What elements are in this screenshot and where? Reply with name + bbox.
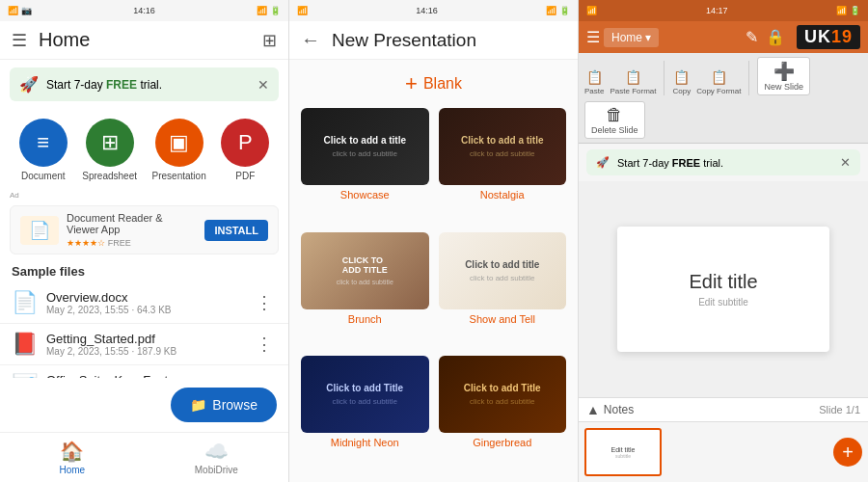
spreadsheet-label: Spreadsheet xyxy=(82,171,137,181)
trial-close-button[interactable]: ✕ xyxy=(258,77,269,93)
ad-label: Ad xyxy=(10,191,279,200)
file-name-1: Getting_Started.pdf xyxy=(46,332,242,346)
template-label-nostalgia: Nostalgia xyxy=(439,189,567,201)
menu-icon-p3[interactable]: ☰ xyxy=(586,28,600,46)
ribbon-copy-format[interactable]: 📋 Copy Format xyxy=(696,69,741,95)
home-title: Home xyxy=(39,29,262,51)
ad-title: Document Reader & Viewer App xyxy=(67,212,197,235)
edit-icon[interactable]: ✎ xyxy=(746,28,758,46)
app-icons-row: ≡ Document ⊞ Spreadsheet ▣ Presentation … xyxy=(0,109,288,191)
template-brunch[interactable]: CLICK TOADD TITLE click to add subtitle … xyxy=(301,232,429,347)
app-brand-logo: UK19 xyxy=(797,25,860,49)
ribbon-separator xyxy=(664,61,665,95)
nav-home-label: Home xyxy=(59,465,85,475)
home-btn-label: Home ▾ xyxy=(611,31,651,44)
status-bar-p3: 📶 14:17 📶 🔋 xyxy=(579,0,868,21)
ribbon-delete-slide[interactable]: 🗑 Delete Slide xyxy=(584,101,645,139)
paste-format-icon: 📋 xyxy=(625,69,641,85)
status-left: 📶 📷 xyxy=(8,6,32,15)
copy-label: Copy xyxy=(672,87,691,95)
thumbnail-bar: Edit title subtitle + xyxy=(579,421,868,482)
template-midnightneon[interactable]: Click to add Title click to add subtitle… xyxy=(301,356,429,470)
home-dropdown-button[interactable]: Home ▾ xyxy=(604,28,659,47)
blank-label: Blank xyxy=(423,75,462,93)
rocket-icon: 🚀 xyxy=(19,75,39,94)
install-button[interactable]: INSTALL xyxy=(204,220,268,241)
template-showcase[interactable]: Click to add a title click to add subtit… xyxy=(301,108,429,223)
ribbon-toolbar: 📋 Paste 📋 Paste Format 📋 Copy 📋 Copy For… xyxy=(579,53,868,144)
slide-editing-area[interactable]: Edit title Edit subtitle xyxy=(579,181,868,397)
nav-home[interactable]: 🏠 Home xyxy=(0,433,145,482)
presentation-app-icon[interactable]: ▣ Presentation xyxy=(152,119,206,181)
back-arrow-icon[interactable]: ← xyxy=(301,29,320,51)
file-more-icon-1[interactable]: ⋮ xyxy=(252,332,277,357)
notes-chevron-icon[interactable]: ▲ xyxy=(586,402,600,417)
slide-thumbnail-1[interactable]: Edit title subtitle xyxy=(584,428,662,476)
notes-label: Notes xyxy=(604,403,815,416)
template-thumb-midnightneon: Click to add Title click to add subtitle xyxy=(301,356,429,433)
ribbon-separator-2 xyxy=(748,61,749,95)
trial-close-p3[interactable]: ✕ xyxy=(840,155,851,170)
new-slide-label: New Slide xyxy=(764,82,803,92)
add-slide-button[interactable]: + xyxy=(833,438,862,467)
grid-view-icon[interactable]: ⊞ xyxy=(262,30,277,51)
pdf-app-icon[interactable]: P PDF xyxy=(221,119,269,181)
delete-slide-icon: 🗑 xyxy=(606,105,623,125)
status-time-p3: 14:17 xyxy=(706,6,728,15)
ribbon-new-slide[interactable]: ➕ New Slide xyxy=(757,57,810,95)
camera-icon: 📷 xyxy=(21,6,32,15)
file-name-0: Overview.docx xyxy=(46,290,242,305)
file-info-0: Overview.docx May 2, 2023, 15:55 · 64.3 … xyxy=(46,290,242,315)
blank-template-button[interactable]: + Blank xyxy=(405,71,462,96)
template-nostalgia[interactable]: Click to add a title click to add subtit… xyxy=(439,108,567,223)
ribbon-paste[interactable]: 📋 Paste xyxy=(584,69,604,95)
notes-bar: ▲ Notes Slide 1/1 xyxy=(579,397,868,421)
document-circle: ≡ xyxy=(19,119,68,167)
spreadsheet-circle: ⊞ xyxy=(86,119,134,167)
document-app-icon[interactable]: ≡ Document xyxy=(19,119,68,181)
slide-subtitle[interactable]: Edit subtitle xyxy=(698,297,748,308)
share-icon[interactable]: 🔒 xyxy=(766,28,785,46)
browse-label: Browse xyxy=(212,397,258,413)
file-item-0[interactable]: 📄 Overview.docx May 2, 2023, 15:55 · 64.… xyxy=(0,282,288,324)
file-item-2[interactable]: 📊 OfficeSuite_Key_Features.ppsx May 2, 2… xyxy=(0,365,288,378)
status-left-p2: 📶 xyxy=(297,6,308,15)
trial-banner-p3: 🚀 Start 7-day FREE trial. ✕ xyxy=(586,149,860,175)
status-time: 14:16 xyxy=(133,6,155,15)
file-list: 📄 Overview.docx May 2, 2023, 15:55 · 64.… xyxy=(0,282,288,378)
browse-icon: 📁 xyxy=(190,397,206,413)
new-slide-icon: ➕ xyxy=(773,61,795,82)
template-gingerbread[interactable]: Click to add Title click to add subtitle… xyxy=(439,356,567,470)
browse-btn-wrap: 📁 Browse xyxy=(0,378,288,432)
file-info-1: Getting_Started.pdf May 2, 2023, 15:55 ·… xyxy=(46,332,242,357)
menu-icon[interactable]: ☰ xyxy=(12,30,27,51)
sample-files-heading: Sample files xyxy=(0,258,288,282)
presentation-label: Presentation xyxy=(152,171,206,181)
template-thumb-brunch: CLICK TOADD TITLE click to add subtitle xyxy=(301,232,429,309)
ad-stars: ★★★★☆ FREE xyxy=(67,237,197,248)
status-left-p3: 📶 xyxy=(586,6,597,15)
new-presentation-title: New Presentation xyxy=(332,30,476,51)
blank-plus-icon: + xyxy=(405,71,418,96)
template-thumb-gingerbread: Click to add Title click to add subtitle xyxy=(439,356,567,433)
ribbon-copy[interactable]: 📋 Copy xyxy=(672,69,691,95)
template-label-midnightneon: Midnight Neon xyxy=(301,437,429,448)
nav-mobidrive[interactable]: ☁️ MobiDrive xyxy=(145,433,289,482)
browse-button[interactable]: 📁 Browse xyxy=(171,388,277,422)
rocket-icon-p3: 🚀 xyxy=(596,156,610,169)
spreadsheet-app-icon[interactable]: ⊞ Spreadsheet xyxy=(82,119,137,181)
pdf-circle: P xyxy=(221,119,269,167)
file-more-icon-0[interactable]: ⋮ xyxy=(252,290,277,315)
ribbon-paste-format[interactable]: 📋 Paste Format xyxy=(610,69,656,95)
template-showandtell[interactable]: Click to add title click to add subtitle… xyxy=(439,232,567,347)
presentation-circle: ▣ xyxy=(155,119,203,167)
ad-thumbnail: 📄 xyxy=(20,216,59,245)
template-grid: Click to add a title click to add subtit… xyxy=(289,104,578,482)
slide-title[interactable]: Edit title xyxy=(689,271,757,293)
template-thumb-nostalgia: Click to add a title click to add subtit… xyxy=(439,108,567,185)
status-right-p3: 📶 🔋 xyxy=(836,6,860,15)
paste-label: Paste xyxy=(584,87,604,95)
wifi-icon-p2: 📶 xyxy=(546,6,556,15)
file-item-1[interactable]: 📕 Getting_Started.pdf May 2, 2023, 15:55… xyxy=(0,324,288,365)
main-slide[interactable]: Edit title Edit subtitle xyxy=(617,227,829,352)
